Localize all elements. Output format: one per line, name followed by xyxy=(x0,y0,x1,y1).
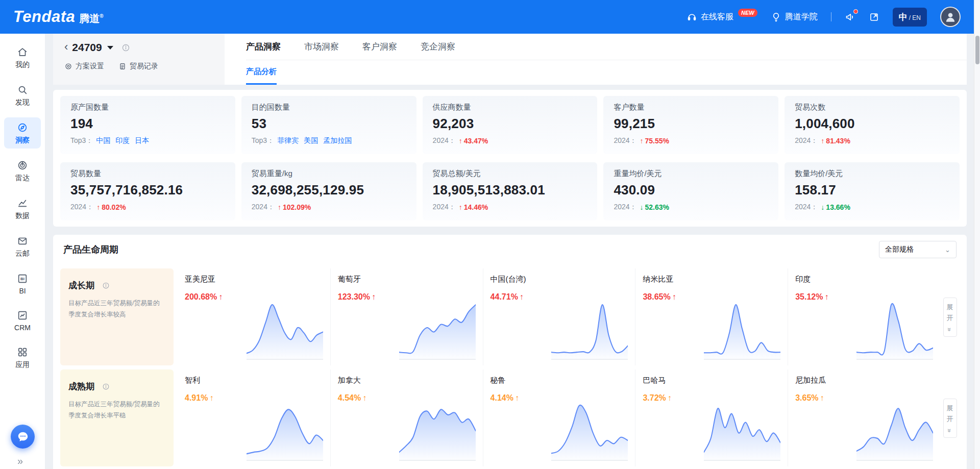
customer-service-fab[interactable] xyxy=(11,425,35,449)
logo-text-cn: 腾道® xyxy=(79,12,103,26)
growth-rate: 44.71%↑ xyxy=(491,292,524,360)
stage-info-icon[interactable] xyxy=(102,383,110,390)
stage-name: 成长期 xyxy=(68,280,94,291)
stat-card-origin-countries: 原产国数量 194 Top3： 中国 印度 日本 xyxy=(60,96,235,154)
stat-title: 客户数量 xyxy=(614,103,768,112)
tab-competitor-insight[interactable]: 竞企洞察 xyxy=(421,41,455,53)
lifecycle-cells: 智利 4.91%↑ 加拿大 4.54%↑ 秘鲁 4.1 xyxy=(178,369,940,466)
lifecycle-country-cell[interactable]: 加拿大 4.54%↑ xyxy=(330,369,483,466)
stat-value: 1,004,600 xyxy=(795,116,949,132)
plan-id[interactable]: 24709 xyxy=(72,41,102,54)
tab-product-insight[interactable]: 产品洞察 xyxy=(246,41,281,53)
lifecycle-row-growth: 成长期 目标产品近三年贸易额/贸易量的季度复合增长率较高 亚美尼亚 200.68… xyxy=(60,268,960,365)
tendata-logo[interactable]: Tendata 腾道® xyxy=(13,8,104,26)
top3-link[interactable]: 中国 xyxy=(96,136,110,145)
expand-button[interactable]: 展 开 » xyxy=(943,399,957,438)
expand-button[interactable]: 展 开 » xyxy=(943,298,957,337)
top3-link[interactable]: 日本 xyxy=(135,136,149,145)
subtab-product-analysis[interactable]: 产品分析 xyxy=(246,60,277,85)
top3-link[interactable]: 印度 xyxy=(115,136,130,145)
top3-link[interactable]: 菲律宾 xyxy=(277,136,299,145)
stat-trend: ↑102.09% xyxy=(278,203,311,211)
plan-info-icon[interactable] xyxy=(121,43,130,52)
stat-title: 贸易总额/美元 xyxy=(433,169,587,179)
growth-rate: 4.14%↑ xyxy=(491,393,519,461)
language-toggle[interactable]: 中 / EN xyxy=(893,8,927,27)
plan-settings-button[interactable]: 方案设置 xyxy=(64,62,104,71)
sidebar-label: BI xyxy=(19,287,26,295)
stage-card-growth: 成长期 目标产品近三年贸易额/贸易量的季度复合增长率较高 xyxy=(60,268,174,365)
headset-icon xyxy=(687,12,697,22)
sidebar-item-insight[interactable]: 洞察 xyxy=(4,117,41,149)
sidebar-item-mail[interactable]: 云邮 xyxy=(4,231,41,262)
announcement-button[interactable] xyxy=(845,12,855,22)
online-service-button[interactable]: 在线客服 NEW xyxy=(687,12,757,22)
stat-value: 53 xyxy=(252,116,406,132)
page-header: ‹ 24709 方案设置 贸易记录 产品洞察 xyxy=(53,34,967,85)
stat-card-trade-quantity: 贸易数量 35,757,716,852.16 2024： ↑80.02% xyxy=(60,162,235,220)
stat-value: 99,215 xyxy=(614,116,768,132)
growth-rate: 200.68%↑ xyxy=(185,292,223,360)
year-label: 2024： xyxy=(252,203,275,212)
sidebar-item-radar[interactable]: 雷达 xyxy=(4,155,41,186)
stage-info-icon[interactable] xyxy=(102,282,110,289)
year-label: 2024： xyxy=(614,136,636,145)
lifecycle-country-cell[interactable]: 纳米比亚 38.65%↑ xyxy=(635,268,788,365)
tab-market-insight[interactable]: 市场洞察 xyxy=(304,41,339,53)
tab-customer-insight[interactable]: 客户洞察 xyxy=(362,41,397,53)
stat-title: 数量均价/美元 xyxy=(795,169,949,179)
svg-text:BI: BI xyxy=(20,277,24,281)
page-scrollbar[interactable] xyxy=(974,0,980,469)
chat-bubble-icon xyxy=(16,430,30,443)
subtab-row: 产品分析 xyxy=(246,60,967,85)
sidebar-item-discover[interactable]: 发现 xyxy=(4,80,41,111)
year-label: 2024： xyxy=(70,203,93,212)
document-icon xyxy=(118,62,127,70)
insight-tabs: 产品洞察 市场洞察 客户洞察 竞企洞察 xyxy=(246,34,967,60)
lifecycle-country-cell[interactable]: 巴哈马 3.72%↑ xyxy=(635,369,788,466)
stat-value: 92,203 xyxy=(433,116,587,132)
spec-filter-select[interactable]: 全部规格 ⌄ xyxy=(879,241,957,258)
lifecycle-country-cell[interactable]: 尼加拉瓜 3.65%↑ xyxy=(788,369,940,466)
new-badge: NEW xyxy=(738,9,757,17)
stat-card-suppliers: 供应商数量 92,203 2024： ↑43.47% xyxy=(423,96,598,154)
sidebar-item-mine[interactable]: 我的 xyxy=(4,42,41,73)
sidebar-item-bi[interactable]: BI BI xyxy=(4,268,41,299)
spec-filter-value: 全部规格 xyxy=(885,245,914,254)
sidebar-item-apps[interactable]: 应用 xyxy=(4,342,41,373)
top3-link[interactable]: 美国 xyxy=(304,136,318,145)
lifecycle-country-cell[interactable]: 智利 4.91%↑ xyxy=(178,369,330,466)
year-label: 2024： xyxy=(795,136,818,145)
lifecycle-country-cell[interactable]: 印度 35.12%↑ xyxy=(788,268,940,365)
stat-trend: ↑75.55% xyxy=(640,137,669,145)
stat-title: 目的国数量 xyxy=(252,103,406,112)
scrollbar-thumb[interactable] xyxy=(975,36,979,64)
trend-sparkline xyxy=(247,397,323,461)
sidebar-item-data[interactable]: 数据 xyxy=(4,193,41,224)
stat-value: 18,905,513,883.01 xyxy=(433,182,587,198)
compass-icon xyxy=(17,122,28,133)
plan-dropdown-caret[interactable] xyxy=(107,46,113,50)
lifecycle-country-cell[interactable]: 葡萄牙 123.30%↑ xyxy=(330,268,483,365)
lifecycle-country-cell[interactable]: 亚美尼亚 200.68%↑ xyxy=(178,268,330,365)
academy-button[interactable]: 腾道学院 xyxy=(771,12,818,22)
country-name: 加拿大 xyxy=(338,376,476,385)
lifecycle-country-cell[interactable]: 秘鲁 4.14%↑ xyxy=(483,369,635,466)
lifecycle-cells: 亚美尼亚 200.68%↑ 葡萄牙 123.30%↑ 中国(台湾) xyxy=(178,268,940,365)
trend-sparkline xyxy=(551,295,628,360)
lifecycle-row-mature: 成熟期 目标产品近三年贸易额/贸易量的季度复合增长率平稳 智利 4.91%↑ 加 xyxy=(60,369,960,466)
top3-link[interactable]: 孟加拉国 xyxy=(323,136,352,145)
topbar-right: 在线客服 NEW 腾道学院 中 / EN xyxy=(687,7,961,27)
sidebar-label: 洞察 xyxy=(15,136,30,145)
stat-card-avg-price-quantity: 数量均价/美元 158.17 2024： ↓13.66% xyxy=(785,162,960,220)
sidebar-item-crm[interactable]: CRM xyxy=(4,305,41,335)
user-avatar[interactable] xyxy=(940,7,961,27)
sidebar-collapse-toggle[interactable]: » xyxy=(17,455,23,467)
back-chevron[interactable]: ‹ xyxy=(64,41,68,53)
trade-records-button[interactable]: 贸易记录 xyxy=(118,62,158,71)
lifecycle-country-cell[interactable]: 中国(台湾) 44.71%↑ xyxy=(483,268,635,365)
workbench-button[interactable] xyxy=(869,12,879,22)
stage-description: 目标产品近三年贸易额/贸易量的季度复合增长率平稳 xyxy=(68,399,165,422)
apps-grid-icon xyxy=(17,347,28,358)
home-icon xyxy=(17,46,28,58)
